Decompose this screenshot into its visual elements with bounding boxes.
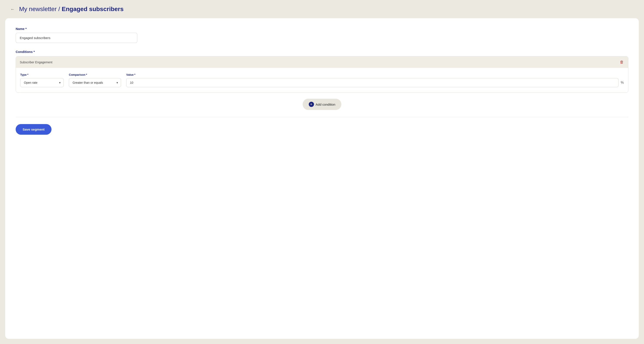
name-input[interactable] bbox=[16, 33, 137, 43]
trash-icon: 🗑 bbox=[620, 60, 624, 64]
comparison-label: Comparison * bbox=[69, 73, 121, 76]
condition-card: Subscriber Engagement 🗑 Type * Open rate… bbox=[16, 56, 628, 93]
name-required-star: * bbox=[26, 27, 27, 31]
add-icon: + bbox=[309, 102, 314, 107]
divider bbox=[16, 117, 628, 117]
page-header: ← My newsletter / Engaged subscribers bbox=[0, 0, 644, 18]
breadcrumb-current: Engaged subscribers bbox=[62, 6, 124, 12]
percent-symbol: % bbox=[621, 81, 624, 85]
value-input-wrapper: % bbox=[126, 78, 624, 87]
type-label: Type * bbox=[20, 73, 64, 76]
page-title: My newsletter / Engaged subscribers bbox=[19, 6, 124, 12]
value-field: Value * % bbox=[126, 73, 624, 87]
comparison-required-star: * bbox=[86, 73, 87, 76]
value-label: Value * bbox=[126, 73, 624, 76]
conditions-section: Conditions * Subscriber Engagement 🗑 Typ… bbox=[16, 50, 628, 110]
comparison-select[interactable]: Greater than or equals Less than or equa… bbox=[69, 78, 121, 87]
condition-header: Subscriber Engagement 🗑 bbox=[16, 56, 628, 68]
condition-type-label: Subscriber Engagement bbox=[20, 60, 52, 64]
name-label: Name * bbox=[16, 27, 628, 31]
value-input[interactable] bbox=[126, 78, 618, 87]
comparison-select-wrapper: Greater than or equals Less than or equa… bbox=[69, 78, 121, 87]
conditions-required-star: * bbox=[34, 50, 35, 54]
save-segment-label: Save segment bbox=[22, 128, 44, 131]
type-select-wrapper: Open rate Click rate Unsubscribe rate bbox=[20, 78, 64, 87]
type-required-star: * bbox=[27, 73, 28, 76]
value-required-star: * bbox=[134, 73, 135, 76]
save-segment-button[interactable]: Save segment bbox=[16, 124, 52, 135]
comparison-field: Comparison * Greater than or equals Less… bbox=[69, 73, 121, 87]
breadcrumb-parent: My newsletter bbox=[19, 6, 57, 12]
conditions-label: Conditions * bbox=[16, 50, 628, 54]
name-field-group: Name * bbox=[16, 27, 628, 43]
breadcrumb-separator: / bbox=[58, 6, 62, 12]
type-select[interactable]: Open rate Click rate Unsubscribe rate bbox=[20, 78, 64, 87]
back-arrow-icon: ← bbox=[10, 7, 15, 12]
back-button[interactable]: ← bbox=[9, 5, 16, 13]
delete-condition-button[interactable]: 🗑 bbox=[620, 59, 624, 65]
type-field: Type * Open rate Click rate Unsubscribe … bbox=[20, 73, 64, 87]
add-condition-label: Add condition bbox=[316, 103, 336, 106]
add-condition-button[interactable]: + Add condition bbox=[303, 99, 342, 110]
main-card: Name * Conditions * Subscriber Engagemen… bbox=[5, 18, 639, 339]
condition-body: Type * Open rate Click rate Unsubscribe … bbox=[16, 68, 628, 92]
